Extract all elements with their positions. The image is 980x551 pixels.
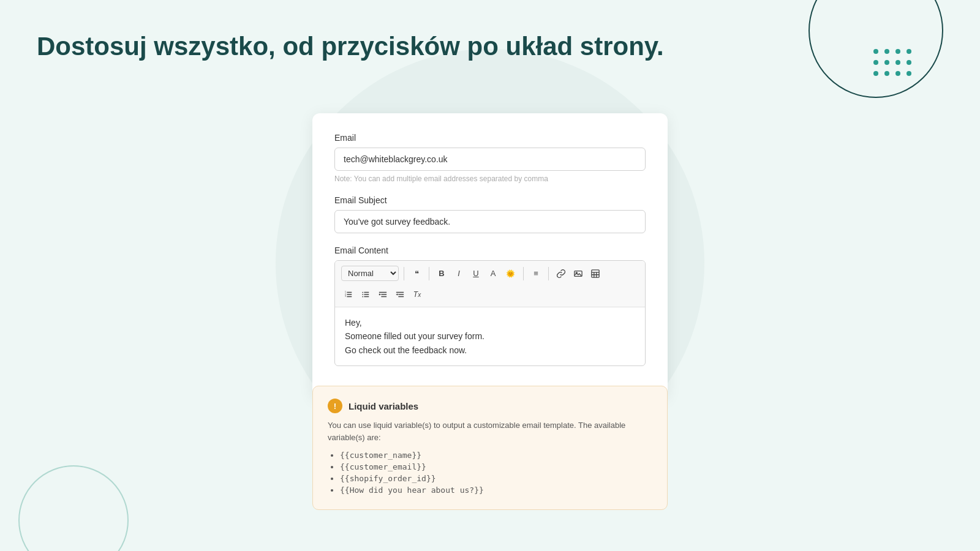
content-field-group: Email Content Normal Heading 1 Heading 2…: [334, 246, 646, 366]
list-item: {{customer_email}}: [340, 462, 652, 471]
editor-toolbar: Normal Heading 1 Heading 2 Heading 3 ❝ B…: [335, 261, 645, 307]
rich-text-editor: Normal Heading 1 Heading 2 Heading 3 ❝ B…: [334, 260, 646, 366]
align-button[interactable]: ≡: [529, 266, 543, 281]
image-button[interactable]: [571, 266, 586, 281]
bold-button[interactable]: B: [434, 266, 449, 281]
list-item: {{shopify_order_id}}: [340, 474, 652, 483]
liquid-warning-icon: !: [328, 399, 342, 413]
subject-input[interactable]: [334, 210, 646, 233]
unordered-list-button[interactable]: [358, 287, 373, 302]
clear-format-button[interactable]: Tx: [410, 287, 424, 302]
ordered-list-button[interactable]: 1 2 3: [341, 287, 356, 302]
subject-label: Email Subject: [334, 195, 646, 205]
toolbar-divider-3: [523, 267, 524, 280]
svg-text:3: 3: [345, 295, 346, 298]
editor-content-area[interactable]: Hey, Someone filled out your survey form…: [335, 307, 645, 365]
liquid-title: Liquid variables: [349, 401, 418, 411]
email-input[interactable]: [334, 148, 646, 171]
content-line-3: Go check out the feedback now.: [345, 343, 635, 357]
outdent-button[interactable]: [393, 287, 407, 302]
list-item: {{customer_name}}: [340, 451, 652, 460]
content-line-1: Hey,: [345, 316, 635, 329]
toolbar-row-1: Normal Heading 1 Heading 2 Heading 3 ❝ B…: [341, 266, 639, 281]
content-line-2: Someone filled out your survey form.: [345, 329, 635, 343]
email-field-group: Email Note: You can add multiple email a…: [334, 133, 646, 183]
table-button[interactable]: [588, 266, 603, 281]
svg-point-14: [362, 294, 363, 295]
decorative-circle-bottom-left: [18, 465, 129, 551]
email-note: Note: You can add multiple email address…: [334, 174, 646, 183]
svg-point-13: [362, 292, 363, 293]
toolbar-divider-4: [548, 267, 549, 280]
toolbar-row-2: 1 2 3: [341, 287, 639, 302]
text-color-button[interactable]: A: [486, 266, 500, 281]
liquid-variables-box: ! Liquid variables You can use liquid va…: [312, 386, 668, 510]
page-title: Dostosuj wszystko, od przycisków po ukła…: [37, 32, 664, 61]
list-item: {{How did you hear about us?}}: [340, 485, 652, 495]
toolbar-divider-2: [429, 267, 429, 280]
underline-button[interactable]: U: [469, 266, 483, 281]
svg-rect-2: [592, 269, 599, 277]
highlight-button[interactable]: 🌞: [503, 266, 518, 281]
subject-field-group: Email Subject: [334, 195, 646, 233]
form-card: Email Note: You can add multiple email a…: [312, 113, 668, 398]
dot-grid-decoration: [873, 49, 913, 77]
svg-point-15: [362, 296, 363, 298]
liquid-header: ! Liquid variables: [328, 399, 652, 413]
toolbar-divider-1: [404, 267, 404, 280]
indent-button[interactable]: [375, 287, 390, 302]
liquid-description: You can use liquid variable(s) to output…: [328, 419, 652, 443]
quote-button[interactable]: ❝: [409, 266, 424, 281]
link-button[interactable]: [554, 266, 568, 281]
email-label: Email: [334, 133, 646, 143]
liquid-variables-list: {{customer_name}} {{customer_email}} {{s…: [328, 451, 652, 495]
format-select[interactable]: Normal Heading 1 Heading 2 Heading 3: [341, 266, 399, 281]
content-label: Email Content: [334, 246, 646, 255]
italic-button[interactable]: I: [451, 266, 466, 281]
